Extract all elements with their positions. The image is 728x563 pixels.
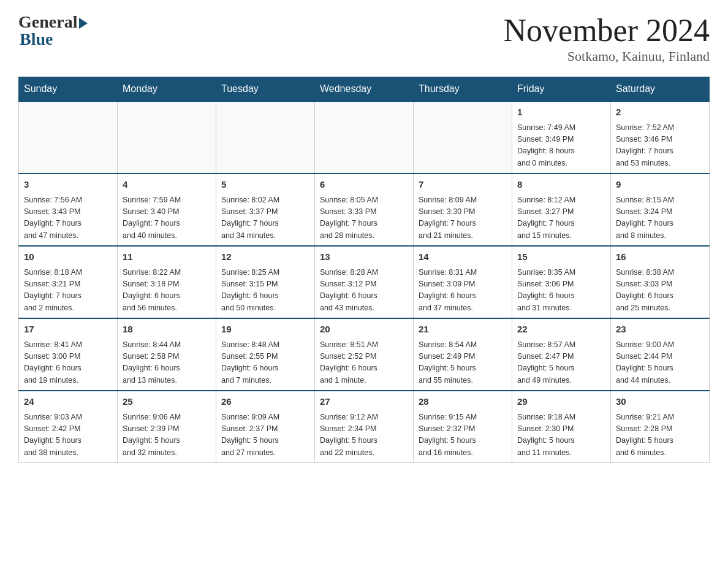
day-info: Sunrise: 8:31 AMSunset: 3:09 PMDaylight:… xyxy=(419,267,507,315)
day-info: Sunrise: 8:44 AMSunset: 2:58 PMDaylight:… xyxy=(123,339,211,387)
day-info: Sunrise: 9:15 AMSunset: 2:32 PMDaylight:… xyxy=(419,412,507,459)
calendar-cell xyxy=(414,101,512,174)
day-info: Sunrise: 9:21 AMSunset: 2:28 PMDaylight:… xyxy=(616,412,704,459)
location: Sotkamo, Kainuu, Finland xyxy=(504,48,710,64)
calendar-cell: 8Sunrise: 8:12 AMSunset: 3:27 PMDaylight… xyxy=(512,174,611,246)
day-number: 1 xyxy=(517,105,605,120)
day-info: Sunrise: 8:54 AMSunset: 2:49 PMDaylight:… xyxy=(419,339,507,387)
day-info: Sunrise: 8:35 AMSunset: 3:06 PMDaylight:… xyxy=(517,267,605,315)
calendar-cell: 26Sunrise: 9:09 AMSunset: 2:37 PMDayligh… xyxy=(216,391,315,463)
day-number: 26 xyxy=(221,395,309,409)
calendar-cell: 30Sunrise: 9:21 AMSunset: 2:28 PMDayligh… xyxy=(611,391,710,463)
calendar-cell: 17Sunrise: 8:41 AMSunset: 3:00 PMDayligh… xyxy=(19,318,118,391)
day-number: 28 xyxy=(419,395,507,409)
calendar-cell: 29Sunrise: 9:18 AMSunset: 2:30 PMDayligh… xyxy=(512,391,611,463)
calendar-cell: 16Sunrise: 8:38 AMSunset: 3:03 PMDayligh… xyxy=(611,246,710,318)
month-title: November 2024 xyxy=(504,12,710,48)
day-info: Sunrise: 8:18 AMSunset: 3:21 PMDaylight:… xyxy=(24,267,112,315)
day-info: Sunrise: 9:00 AMSunset: 2:44 PMDaylight:… xyxy=(616,339,704,387)
calendar-cell: 19Sunrise: 8:48 AMSunset: 2:55 PMDayligh… xyxy=(216,318,315,391)
calendar-table: SundayMondayTuesdayWednesdayThursdayFrid… xyxy=(18,77,710,463)
calendar-cell: 14Sunrise: 8:31 AMSunset: 3:09 PMDayligh… xyxy=(414,246,512,318)
day-info: Sunrise: 9:12 AMSunset: 2:34 PMDaylight:… xyxy=(320,412,408,459)
day-info: Sunrise: 7:49 AMSunset: 3:49 PMDaylight:… xyxy=(517,122,605,170)
day-number: 9 xyxy=(616,178,704,192)
day-info: Sunrise: 8:02 AMSunset: 3:37 PMDaylight:… xyxy=(221,194,309,242)
day-number: 21 xyxy=(419,323,507,337)
calendar-cell xyxy=(118,101,216,174)
column-header-sunday: Sunday xyxy=(19,77,118,102)
day-number: 22 xyxy=(517,323,605,337)
day-number: 4 xyxy=(123,178,211,192)
day-info: Sunrise: 9:06 AMSunset: 2:39 PMDaylight:… xyxy=(123,412,211,459)
calendar-cell: 23Sunrise: 9:00 AMSunset: 2:44 PMDayligh… xyxy=(611,318,710,391)
calendar-cell: 4Sunrise: 7:59 AMSunset: 3:40 PMDaylight… xyxy=(118,174,216,246)
day-number: 11 xyxy=(123,250,211,264)
calendar-cell xyxy=(19,101,118,174)
calendar-cell: 18Sunrise: 8:44 AMSunset: 2:58 PMDayligh… xyxy=(118,318,216,391)
calendar-cell: 20Sunrise: 8:51 AMSunset: 2:52 PMDayligh… xyxy=(315,318,414,391)
day-info: Sunrise: 8:15 AMSunset: 3:24 PMDaylight:… xyxy=(616,194,704,242)
day-number: 10 xyxy=(24,250,112,264)
day-number: 7 xyxy=(419,178,507,192)
day-info: Sunrise: 8:28 AMSunset: 3:12 PMDaylight:… xyxy=(320,267,408,315)
day-number: 24 xyxy=(24,395,112,409)
day-number: 17 xyxy=(24,323,112,337)
calendar-week-row: 17Sunrise: 8:41 AMSunset: 3:00 PMDayligh… xyxy=(19,318,710,391)
calendar-header-row: SundayMondayTuesdayWednesdayThursdayFrid… xyxy=(19,77,710,102)
column-header-thursday: Thursday xyxy=(414,77,512,102)
calendar-cell xyxy=(216,101,315,174)
day-number: 27 xyxy=(320,395,408,409)
logo-triangle-icon xyxy=(79,18,88,29)
day-info: Sunrise: 8:57 AMSunset: 2:47 PMDaylight:… xyxy=(517,339,605,387)
calendar-cell: 22Sunrise: 8:57 AMSunset: 2:47 PMDayligh… xyxy=(512,318,611,391)
day-number: 18 xyxy=(123,323,211,337)
day-info: Sunrise: 9:09 AMSunset: 2:37 PMDaylight:… xyxy=(221,412,309,459)
column-header-wednesday: Wednesday xyxy=(315,77,414,102)
day-number: 16 xyxy=(616,250,704,264)
title-section: November 2024 Sotkamo, Kainuu, Finland xyxy=(504,12,710,64)
day-number: 5 xyxy=(221,178,309,192)
day-number: 2 xyxy=(616,105,704,120)
day-number: 8 xyxy=(517,178,605,192)
day-info: Sunrise: 8:12 AMSunset: 3:27 PMDaylight:… xyxy=(517,194,605,242)
day-number: 20 xyxy=(320,323,408,337)
column-header-tuesday: Tuesday xyxy=(216,77,315,102)
column-header-saturday: Saturday xyxy=(611,77,710,102)
calendar-cell: 21Sunrise: 8:54 AMSunset: 2:49 PMDayligh… xyxy=(414,318,512,391)
calendar-cell: 5Sunrise: 8:02 AMSunset: 3:37 PMDaylight… xyxy=(216,174,315,246)
day-info: Sunrise: 9:18 AMSunset: 2:30 PMDaylight:… xyxy=(517,412,605,459)
logo-blue-text: Blue xyxy=(20,29,53,49)
column-header-monday: Monday xyxy=(118,77,216,102)
column-header-friday: Friday xyxy=(512,77,611,102)
day-number: 29 xyxy=(517,395,605,409)
calendar-cell: 27Sunrise: 9:12 AMSunset: 2:34 PMDayligh… xyxy=(315,391,414,463)
day-info: Sunrise: 8:25 AMSunset: 3:15 PMDaylight:… xyxy=(221,267,309,315)
day-info: Sunrise: 8:05 AMSunset: 3:33 PMDaylight:… xyxy=(320,194,408,242)
day-info: Sunrise: 7:56 AMSunset: 3:43 PMDaylight:… xyxy=(24,194,112,242)
calendar-week-row: 10Sunrise: 8:18 AMSunset: 3:21 PMDayligh… xyxy=(19,246,710,318)
calendar-cell: 28Sunrise: 9:15 AMSunset: 2:32 PMDayligh… xyxy=(414,391,512,463)
calendar-cell: 1Sunrise: 7:49 AMSunset: 3:49 PMDaylight… xyxy=(512,101,611,174)
day-number: 25 xyxy=(123,395,211,409)
day-number: 14 xyxy=(419,250,507,264)
calendar-cell: 9Sunrise: 8:15 AMSunset: 3:24 PMDaylight… xyxy=(611,174,710,246)
calendar-cell: 11Sunrise: 8:22 AMSunset: 3:18 PMDayligh… xyxy=(118,246,216,318)
calendar-cell: 12Sunrise: 8:25 AMSunset: 3:15 PMDayligh… xyxy=(216,246,315,318)
day-info: Sunrise: 8:48 AMSunset: 2:55 PMDaylight:… xyxy=(221,339,309,387)
day-info: Sunrise: 7:59 AMSunset: 3:40 PMDaylight:… xyxy=(123,194,211,242)
day-info: Sunrise: 7:52 AMSunset: 3:46 PMDaylight:… xyxy=(616,122,704,170)
day-number: 3 xyxy=(24,178,112,192)
calendar-cell: 2Sunrise: 7:52 AMSunset: 3:46 PMDaylight… xyxy=(611,101,710,174)
calendar-cell: 7Sunrise: 8:09 AMSunset: 3:30 PMDaylight… xyxy=(414,174,512,246)
calendar-week-row: 3Sunrise: 7:56 AMSunset: 3:43 PMDaylight… xyxy=(19,174,710,246)
day-info: Sunrise: 8:09 AMSunset: 3:30 PMDaylight:… xyxy=(419,194,507,242)
day-number: 15 xyxy=(517,250,605,264)
calendar-week-row: 1Sunrise: 7:49 AMSunset: 3:49 PMDaylight… xyxy=(19,101,710,174)
day-info: Sunrise: 8:51 AMSunset: 2:52 PMDaylight:… xyxy=(320,339,408,387)
calendar-cell: 15Sunrise: 8:35 AMSunset: 3:06 PMDayligh… xyxy=(512,246,611,318)
page-header: General Blue November 2024 Sotkamo, Kain… xyxy=(18,12,710,64)
calendar-cell: 10Sunrise: 8:18 AMSunset: 3:21 PMDayligh… xyxy=(19,246,118,318)
day-info: Sunrise: 8:38 AMSunset: 3:03 PMDaylight:… xyxy=(616,267,704,315)
calendar-cell: 3Sunrise: 7:56 AMSunset: 3:43 PMDaylight… xyxy=(19,174,118,246)
